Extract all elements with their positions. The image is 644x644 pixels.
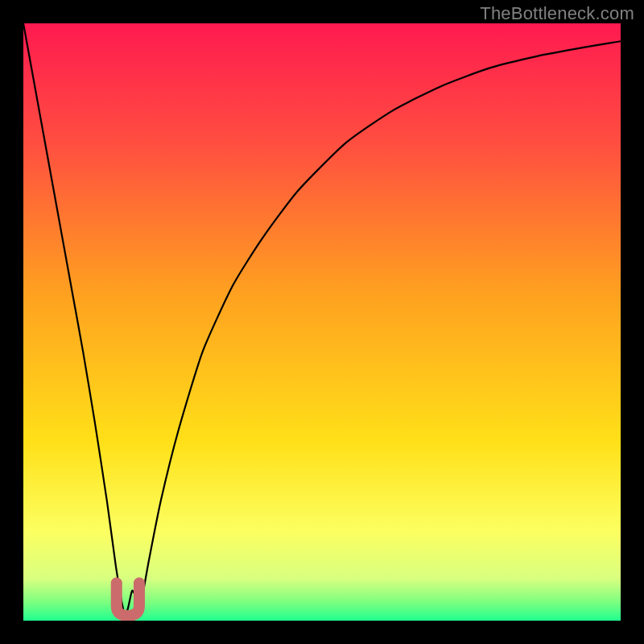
chart-svg <box>23 23 621 621</box>
watermark-text: TheBottleneck.com <box>480 3 634 24</box>
chart-plot-area <box>23 23 621 621</box>
gradient-background <box>23 23 621 621</box>
